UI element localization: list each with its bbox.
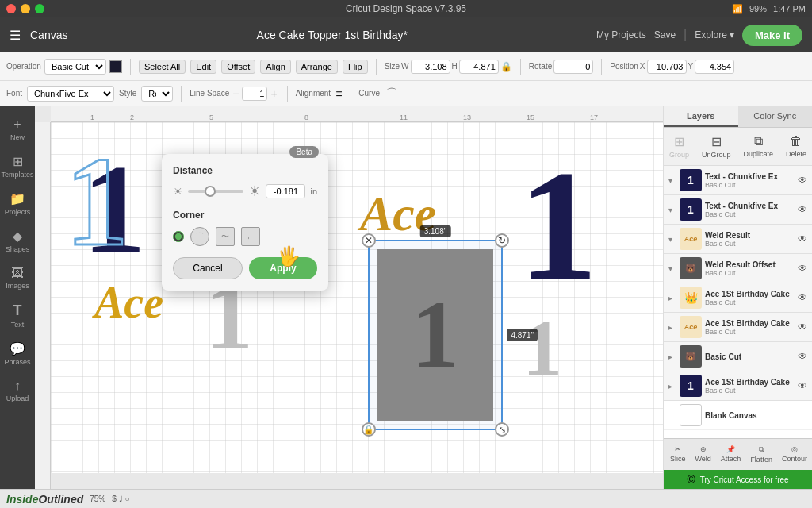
layer-section-2[interactable]: ▾ Ace Weld Result Basic Cut 👁 [664, 225, 812, 254]
lock-icon[interactable]: 🔒 [500, 61, 512, 72]
duplicate-button[interactable]: ⧉ Duplicate [739, 131, 779, 162]
apply-button[interactable]: Apply [249, 257, 317, 279]
x-input[interactable] [647, 60, 687, 74]
layer-sub-4: Basic Cut [705, 298, 795, 306]
layer-eye-2[interactable]: 👁 [798, 233, 807, 244]
align-button[interactable]: Align [260, 60, 290, 74]
layer-section-1[interactable]: ▾ 1 Text - Chunkfive Ex Basic Cut 👁 [664, 195, 812, 225]
phrases-icon: 💬 [10, 341, 25, 356]
cancel-button[interactable]: Cancel [173, 257, 243, 279]
layer-eye-3[interactable]: 👁 [798, 263, 807, 274]
layer-sub-3: Basic Cut [705, 269, 795, 277]
slider-thumb[interactable] [205, 186, 216, 197]
selection-lock-handle[interactable]: 🔒 [362, 422, 376, 437]
corner-smooth-shape[interactable]: 〜 [216, 227, 235, 246]
corner-title: Corner [173, 210, 317, 221]
beta-badge: Beta [289, 146, 319, 158]
layer-eye-6[interactable]: 👁 [798, 351, 807, 362]
layers-bottom-toolbar: ✂ Slice ⊕ Weld 📌 Attach ⧉ Flatten ◎ C [664, 438, 812, 470]
dock-projects[interactable]: 📁 Projects [0, 187, 35, 221]
explore-button[interactable]: Explore ▾ [695, 29, 734, 40]
save-link[interactable]: Save [654, 29, 676, 40]
dock-new[interactable]: + New [0, 113, 35, 146]
corner-round-shape[interactable]: ⌒ [190, 227, 209, 246]
dock-templates[interactable]: ⊞ Templates [0, 149, 35, 183]
corner-square-shape[interactable]: ⌐ [241, 227, 260, 246]
selection-rotate-handle[interactable]: ↻ [495, 233, 509, 248]
offset-dialog: Beta Distance ☀ ☀ in Corner [162, 154, 328, 291]
selection-box[interactable]: ✕ ↻ 3.108" 4.871" 🔒 ⤡ 1 [368, 240, 503, 430]
height-input[interactable] [459, 60, 499, 74]
line-space-plus[interactable]: + [269, 86, 278, 102]
wifi-icon: 📶 [732, 4, 743, 14]
flatten-icon: ⧉ [759, 445, 764, 454]
layer-section-4[interactable]: ▸ 👑 Ace 1St Birthday Cake Basic Cut 👁 [664, 283, 812, 313]
layer-eye-4[interactable]: 👁 [798, 292, 807, 303]
maximize-btn[interactable] [35, 4, 44, 13]
font-select[interactable]: ChunkFive Ex [27, 86, 114, 102]
close-btn[interactable] [6, 4, 16, 13]
dock-phrases[interactable]: 💬 Phrases [0, 337, 35, 371]
slice-button[interactable]: ✂ Slice [665, 442, 691, 467]
delete-icon: 🗑 [790, 134, 802, 148]
layer-section-0[interactable]: ▾ 1 Text - Chunkfive Ex Basic Cut 👁 [664, 166, 812, 195]
traffic-lights [6, 4, 44, 13]
selection-delete-handle[interactable]: ✕ [362, 233, 376, 248]
curve-button[interactable]: ⌒ [385, 85, 399, 102]
rotate-input[interactable] [553, 60, 593, 74]
flip-button[interactable]: Flip [343, 60, 368, 74]
flatten-button[interactable]: ⧉ Flatten [745, 442, 777, 467]
minimize-btn[interactable] [21, 4, 30, 13]
layer-name-7: Ace 1St Birthday Cake [705, 378, 795, 387]
try-cricut-banner[interactable]: © Try Cricut Access for free [664, 470, 812, 489]
arrange-button[interactable]: Arrange [296, 60, 338, 74]
layer-eye-0[interactable]: 👁 [798, 175, 807, 186]
offset-button[interactable]: Offset [221, 60, 255, 74]
select-all-button[interactable]: Select All [139, 60, 186, 74]
canvas-area[interactable]: 1 2 5 8 11 13 15 17 1 1 1 [35, 106, 663, 489]
align-left-button[interactable]: ≡ [335, 87, 342, 100]
left-dock: + New ⊞ Templates 📁 Projects ◆ Shapes 🖼 … [0, 106, 35, 489]
contour-button[interactable]: ◎ Contour [777, 442, 812, 467]
line-space-minus[interactable]: − [231, 86, 240, 102]
group-button[interactable]: ⊞ Group [665, 131, 694, 162]
layer-section-3[interactable]: ▾ 🐻 Weld Result Offset Basic Cut 👁 [664, 254, 812, 283]
dock-upload[interactable]: ↑ Upload [0, 374, 35, 407]
layer-eye-7[interactable]: 👁 [798, 380, 807, 391]
bottom-left: InsideOutlined 75% $ ♩ ○ [6, 493, 129, 506]
weld-button[interactable]: ⊕ Weld [691, 442, 716, 467]
ungroup-button[interactable]: ⊟ UnGroup [697, 131, 736, 162]
distance-value-input[interactable] [266, 184, 305, 198]
dock-images[interactable]: 🖼 Images [0, 261, 35, 294]
layer-name-blank: Blank Canvas [705, 411, 807, 420]
layer-thumb-0: 1 [680, 169, 702, 191]
hamburger-icon[interactable]: ☰ [10, 28, 21, 43]
distance-slider[interactable] [188, 190, 243, 193]
my-projects-link[interactable]: My Projects [596, 29, 646, 40]
edit-button[interactable]: Edit [190, 60, 216, 74]
style-select[interactable]: Re [141, 86, 173, 102]
attach-button[interactable]: 📌 Attach [716, 442, 746, 467]
make-it-button[interactable]: Make It [742, 25, 802, 46]
tab-layers[interactable]: Layers [664, 106, 738, 127]
layer-section-6[interactable]: ▸ 🐻 Basic Cut 👁 [664, 342, 812, 371]
attach-icon: 📌 [726, 445, 735, 453]
right-panel-tabs: Layers Color Sync [664, 106, 812, 128]
dock-shapes[interactable]: ◆ Shapes [0, 224, 35, 258]
layer-eye-1[interactable]: 👁 [798, 204, 807, 215]
layer-blank-canvas[interactable]: Blank Canvas [664, 401, 812, 430]
width-input[interactable] [411, 60, 450, 74]
delete-button[interactable]: 🗑 Delete [781, 131, 811, 162]
tab-color-sync[interactable]: Color Sync [738, 106, 813, 127]
color-swatch[interactable] [109, 60, 122, 73]
layer-section-5[interactable]: ▸ Ace Ace 1St Birthday Cake Basic Cut 👁 [664, 313, 812, 342]
corner-round-radio[interactable] [173, 231, 184, 242]
operation-select[interactable]: Basic Cut [44, 59, 106, 75]
y-input[interactable] [695, 60, 734, 74]
selection-scale-handle[interactable]: ⤡ [495, 422, 509, 437]
inside-text: Inside [6, 493, 38, 506]
layer-section-7[interactable]: ▸ 1 Ace 1St Birthday Cake Basic Cut 👁 [664, 371, 812, 401]
layer-eye-5[interactable]: 👁 [798, 321, 807, 333]
dock-text[interactable]: T Text [0, 298, 35, 333]
line-space-input[interactable] [242, 87, 267, 101]
